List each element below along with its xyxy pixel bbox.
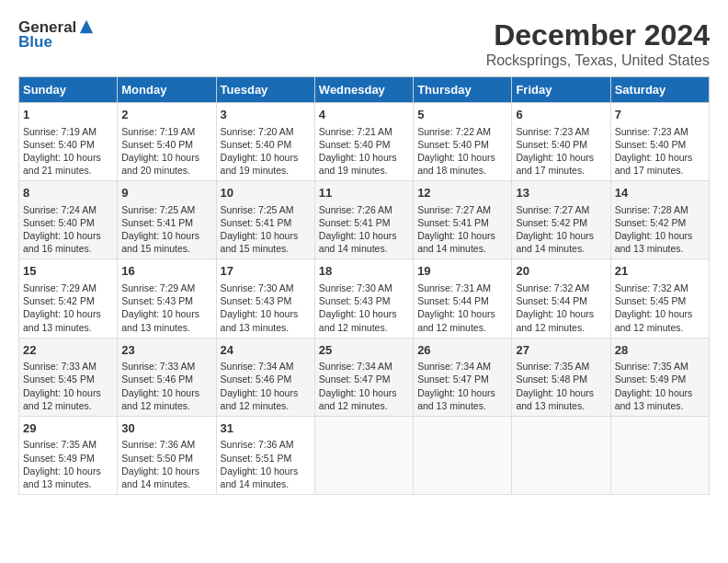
calendar-cell: 14Sunrise: 7:28 AMSunset: 5:42 PMDayligh… <box>610 181 709 259</box>
day-number: 15 <box>23 263 113 280</box>
day-number: 14 <box>615 185 705 201</box>
sunrise-text: Sunrise: 7:30 AM <box>221 282 294 293</box>
day-number: 29 <box>23 420 113 437</box>
daylight-text: Daylight: 10 hours and 15 minutes. <box>121 230 199 254</box>
sunset-text: Sunset: 5:46 PM <box>121 373 193 385</box>
sunrise-text: Sunrise: 7:34 AM <box>221 361 294 372</box>
calendar-cell: 5Sunrise: 7:22 AMSunset: 5:40 PMDaylight… <box>414 103 512 181</box>
calendar-cell: 15Sunrise: 7:29 AMSunset: 5:42 PMDayligh… <box>19 259 118 338</box>
daylight-text: Daylight: 10 hours and 12 minutes. <box>516 308 594 332</box>
sunset-text: Sunset: 5:41 PM <box>121 217 193 228</box>
calendar-cell: 17Sunrise: 7:30 AMSunset: 5:43 PMDayligh… <box>216 259 314 338</box>
column-header-friday: Friday <box>512 77 610 103</box>
day-number: 19 <box>417 263 507 280</box>
calendar-cell <box>512 416 610 494</box>
calendar-cell: 12Sunrise: 7:27 AMSunset: 5:41 PMDayligh… <box>414 181 512 259</box>
calendar-week-row: 29Sunrise: 7:35 AMSunset: 5:49 PMDayligh… <box>19 416 710 494</box>
day-number: 13 <box>516 185 606 201</box>
sunrise-text: Sunrise: 7:33 AM <box>121 361 195 372</box>
daylight-text: Daylight: 10 hours and 13 minutes. <box>615 387 693 411</box>
sunrise-text: Sunrise: 7:19 AM <box>121 126 195 137</box>
day-number: 2 <box>121 107 211 123</box>
calendar-cell: 25Sunrise: 7:34 AMSunset: 5:47 PMDayligh… <box>314 338 413 416</box>
sunrise-text: Sunrise: 7:19 AM <box>23 126 97 137</box>
daylight-text: Daylight: 10 hours and 13 minutes. <box>615 230 693 254</box>
calendar-cell: 6Sunrise: 7:23 AMSunset: 5:40 PMDaylight… <box>512 103 610 181</box>
sunset-text: Sunset: 5:49 PM <box>23 453 95 464</box>
calendar-body: 1Sunrise: 7:19 AMSunset: 5:40 PMDaylight… <box>19 103 710 495</box>
calendar-cell: 9Sunrise: 7:25 AMSunset: 5:41 PMDaylight… <box>118 181 216 259</box>
daylight-text: Daylight: 10 hours and 14 minutes. <box>121 465 199 489</box>
logo-icon <box>78 18 95 35</box>
day-number: 1 <box>23 107 113 123</box>
page-subtitle: Rocksprings, Texas, United States <box>486 52 710 69</box>
calendar-cell: 26Sunrise: 7:34 AMSunset: 5:47 PMDayligh… <box>414 338 512 416</box>
sunset-text: Sunset: 5:40 PM <box>319 139 391 150</box>
calendar-cell: 7Sunrise: 7:23 AMSunset: 5:40 PMDaylight… <box>610 103 709 181</box>
column-header-sunday: Sunday <box>19 77 118 103</box>
sunrise-text: Sunrise: 7:20 AM <box>221 126 294 137</box>
sunrise-text: Sunrise: 7:25 AM <box>221 204 294 215</box>
sunset-text: Sunset: 5:40 PM <box>221 139 292 150</box>
calendar-cell: 1Sunrise: 7:19 AMSunset: 5:40 PMDaylight… <box>19 103 118 181</box>
daylight-text: Daylight: 10 hours and 13 minutes. <box>23 308 101 332</box>
calendar-header-row: SundayMondayTuesdayWednesdayThursdayFrid… <box>19 77 710 103</box>
day-number: 9 <box>121 185 211 201</box>
calendar-week-row: 8Sunrise: 7:24 AMSunset: 5:40 PMDaylight… <box>19 181 710 259</box>
calendar-cell: 16Sunrise: 7:29 AMSunset: 5:43 PMDayligh… <box>118 259 216 338</box>
sunrise-text: Sunrise: 7:29 AM <box>23 282 97 293</box>
daylight-text: Daylight: 10 hours and 18 minutes. <box>417 152 495 176</box>
calendar-cell: 29Sunrise: 7:35 AMSunset: 5:49 PMDayligh… <box>19 416 118 494</box>
daylight-text: Daylight: 10 hours and 14 minutes. <box>417 230 495 254</box>
sunset-text: Sunset: 5:44 PM <box>516 295 587 306</box>
sunrise-text: Sunrise: 7:34 AM <box>417 361 491 372</box>
sunrise-text: Sunrise: 7:24 AM <box>23 204 97 215</box>
daylight-text: Daylight: 10 hours and 14 minutes. <box>319 230 397 254</box>
sunrise-text: Sunrise: 7:28 AM <box>615 204 688 215</box>
sunrise-text: Sunrise: 7:32 AM <box>516 282 589 293</box>
calendar-cell <box>314 416 413 494</box>
daylight-text: Daylight: 10 hours and 19 minutes. <box>319 152 397 176</box>
column-header-monday: Monday <box>118 77 216 103</box>
calendar-cell: 31Sunrise: 7:36 AMSunset: 5:51 PMDayligh… <box>216 416 314 494</box>
calendar-cell: 13Sunrise: 7:27 AMSunset: 5:42 PMDayligh… <box>512 181 610 259</box>
calendar-cell: 20Sunrise: 7:32 AMSunset: 5:44 PMDayligh… <box>512 259 610 338</box>
sunset-text: Sunset: 5:40 PM <box>121 139 193 150</box>
day-number: 25 <box>319 342 409 359</box>
sunset-text: Sunset: 5:42 PM <box>516 217 587 228</box>
day-number: 20 <box>516 263 606 280</box>
day-number: 12 <box>417 185 507 201</box>
day-number: 31 <box>221 420 311 437</box>
sunset-text: Sunset: 5:44 PM <box>417 295 489 306</box>
calendar-cell: 2Sunrise: 7:19 AMSunset: 5:40 PMDaylight… <box>118 103 216 181</box>
day-number: 10 <box>221 185 311 201</box>
sunrise-text: Sunrise: 7:27 AM <box>516 204 589 215</box>
calendar-week-row: 15Sunrise: 7:29 AMSunset: 5:42 PMDayligh… <box>19 259 710 338</box>
daylight-text: Daylight: 10 hours and 13 minutes. <box>417 387 495 411</box>
sunrise-text: Sunrise: 7:35 AM <box>615 361 688 372</box>
calendar-table: SundayMondayTuesdayWednesdayThursdayFrid… <box>18 76 710 495</box>
sunset-text: Sunset: 5:41 PM <box>417 217 489 228</box>
sunset-text: Sunset: 5:49 PM <box>615 373 687 385</box>
sunrise-text: Sunrise: 7:32 AM <box>615 282 688 293</box>
sunset-text: Sunset: 5:43 PM <box>319 295 391 306</box>
calendar-cell: 21Sunrise: 7:32 AMSunset: 5:45 PMDayligh… <box>610 259 709 338</box>
sunrise-text: Sunrise: 7:31 AM <box>417 282 491 293</box>
daylight-text: Daylight: 10 hours and 21 minutes. <box>23 152 101 176</box>
calendar-cell: 8Sunrise: 7:24 AMSunset: 5:40 PMDaylight… <box>19 181 118 259</box>
svg-marker-0 <box>80 20 93 33</box>
sunset-text: Sunset: 5:40 PM <box>615 139 687 150</box>
daylight-text: Daylight: 10 hours and 19 minutes. <box>221 152 299 176</box>
daylight-text: Daylight: 10 hours and 12 minutes. <box>319 387 397 411</box>
sunrise-text: Sunrise: 7:36 AM <box>121 439 195 450</box>
sunrise-text: Sunrise: 7:35 AM <box>516 361 589 372</box>
sunrise-text: Sunrise: 7:33 AM <box>23 361 97 372</box>
day-number: 30 <box>121 420 211 437</box>
calendar-cell: 11Sunrise: 7:26 AMSunset: 5:41 PMDayligh… <box>314 181 413 259</box>
day-number: 6 <box>516 107 606 123</box>
calendar-cell <box>610 416 709 494</box>
sunrise-text: Sunrise: 7:22 AM <box>417 126 491 137</box>
calendar-cell: 22Sunrise: 7:33 AMSunset: 5:45 PMDayligh… <box>19 338 118 416</box>
sunset-text: Sunset: 5:41 PM <box>319 217 391 228</box>
daylight-text: Daylight: 10 hours and 13 minutes. <box>121 308 199 332</box>
